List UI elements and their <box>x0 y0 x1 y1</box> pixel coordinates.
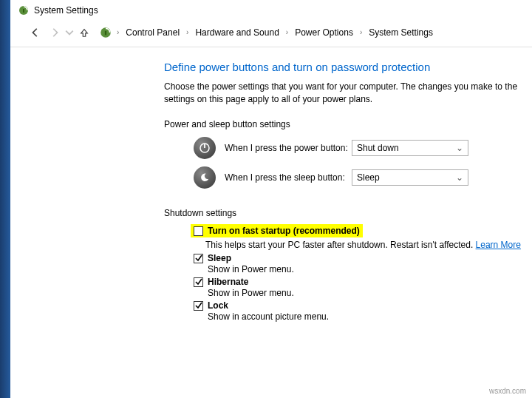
chevron-down-icon: ⌄ <box>456 172 463 183</box>
fast-startup-checkbox[interactable] <box>194 226 203 236</box>
fast-startup-label: Turn on fast startup (recommended) <box>208 226 360 236</box>
svg-rect-1 <box>23 9 24 13</box>
breadcrumb: › Control Panel › Hardware and Sound › P… <box>99 26 435 39</box>
recent-dropdown-icon[interactable] <box>65 24 74 41</box>
hibernate-label: Hibernate <box>208 277 294 287</box>
sleep-button-row: When I press the sleep button: Sleep ⌄ <box>194 166 532 189</box>
power-options-icon <box>99 26 112 39</box>
window-title: System Settings <box>34 5 98 16</box>
svg-rect-3 <box>105 30 106 35</box>
hibernate-sub: Show in Power menu. <box>208 288 294 298</box>
power-options-icon <box>18 4 30 16</box>
breadcrumb-hardware-sound[interactable]: Hardware and Sound <box>193 26 281 39</box>
back-button[interactable] <box>27 24 44 41</box>
power-button-label: When I press the power button: <box>225 143 352 153</box>
page-heading: Define power buttons and turn on passwor… <box>164 61 532 73</box>
watermark: wsxdn.com <box>489 387 526 395</box>
up-button[interactable] <box>75 24 93 41</box>
sleep-sub: Show in Power menu. <box>208 264 294 274</box>
breadcrumb-power-options[interactable]: Power Options <box>293 26 355 39</box>
power-button-dropdown[interactable]: Shut down ⌄ <box>352 140 468 156</box>
sleep-button-label: When I press the sleep button: <box>225 172 352 183</box>
lock-label: Lock <box>208 300 329 311</box>
forward-button[interactable] <box>46 24 64 41</box>
lock-checkbox[interactable] <box>194 301 203 311</box>
fast-startup-sub: This helps start your PC faster after sh… <box>205 240 521 250</box>
section-power-sleep-title: Power and sleep button settings <box>164 119 532 129</box>
fast-startup-row: Turn on fast startup (recommended) <box>191 224 532 237</box>
chevron-down-icon: ⌄ <box>456 143 463 153</box>
sleep-label: Sleep <box>208 253 294 263</box>
breadcrumb-control-panel[interactable]: Control Panel <box>123 26 182 39</box>
hibernate-checkbox[interactable] <box>194 277 203 287</box>
learn-more-link[interactable]: Learn More <box>476 240 521 250</box>
page-description: Choose the power settings that you want … <box>164 81 532 106</box>
desktop-edge <box>0 0 10 398</box>
power-button-row: When I press the power button: Shut down… <box>194 137 532 159</box>
dropdown-value: Sleep <box>357 172 380 183</box>
dropdown-value: Shut down <box>357 143 399 153</box>
sleep-checkbox[interactable] <box>194 254 203 263</box>
sleep-button-dropdown[interactable]: Sleep ⌄ <box>352 169 468 186</box>
moon-icon <box>194 166 216 189</box>
sleep-row: Sleep Show in Power menu. <box>194 253 532 274</box>
hibernate-row: Hibernate Show in Power menu. <box>194 277 532 298</box>
lock-sub: Show in account picture menu. <box>208 311 329 322</box>
breadcrumb-system-settings[interactable]: System Settings <box>366 26 435 39</box>
power-icon <box>194 137 216 159</box>
titlebar: System Settings <box>0 0 532 21</box>
navigation-bar: › Control Panel › Hardware and Sound › P… <box>0 21 532 47</box>
section-shutdown-title: Shutdown settings <box>164 208 532 218</box>
chevron-right-icon: › <box>284 28 290 36</box>
lock-row: Lock Show in account picture menu. <box>194 300 532 322</box>
content-area: Define power buttons and turn on passwor… <box>0 47 532 322</box>
chevron-right-icon: › <box>358 28 364 36</box>
chevron-right-icon: › <box>115 28 120 36</box>
chevron-right-icon: › <box>185 28 190 36</box>
